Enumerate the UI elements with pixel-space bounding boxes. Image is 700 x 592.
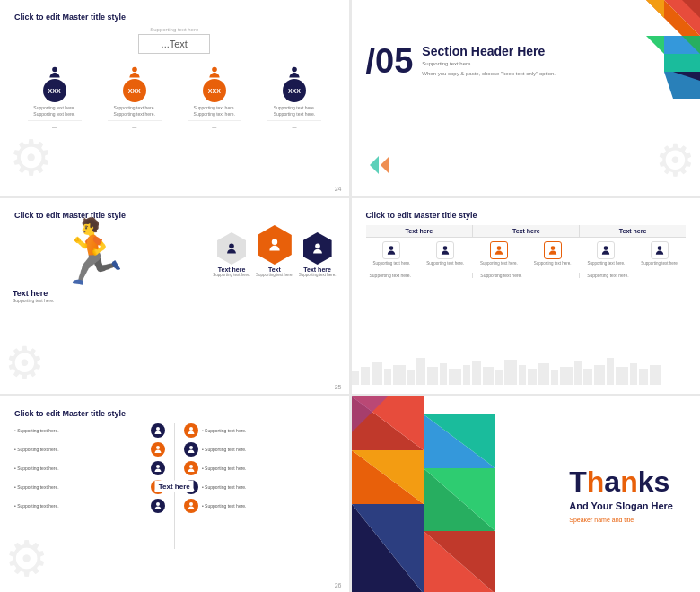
svg-rect-26: [361, 367, 370, 385]
badge-4: XXX: [283, 79, 306, 102]
left-bullet-5: • Supporting text here.: [14, 503, 147, 509]
support2: Supporting text here.Supporting text her…: [113, 105, 154, 117]
person-icon-1: [48, 66, 61, 79]
svg-point-20: [443, 246, 448, 250]
left-item-5: • Supporting text here.: [14, 499, 165, 513]
svg-point-57: [156, 502, 160, 506]
right-item-2: • Supporting text here.: [184, 442, 335, 457]
slide4-icon-row: Supporting text here. Supporting text he…: [366, 241, 687, 266]
thanks-speaker: Speaker name and title: [569, 517, 673, 523]
person-item-2: XXX Supporting text here.Supporting text…: [108, 66, 162, 131]
right-bullet-2: • Supporting text here.: [202, 447, 335, 452]
watermark-gear3: ⚙: [4, 337, 45, 389]
section-header-text: Section Header Here Supporting text here…: [422, 44, 556, 78]
hex3-label: Text here: [303, 266, 331, 273]
person-item-1: XXX Supporting text here.Supporting text…: [28, 66, 82, 131]
svg-point-58: [189, 427, 193, 431]
person-icon-3: [208, 66, 221, 79]
svg-rect-34: [449, 369, 461, 385]
slide5-left-col: • Supporting text here. • Supporting tex…: [14, 423, 165, 513]
slide1-number: 24: [335, 186, 342, 192]
bottom-support-2: Supporting text here.: [472, 273, 579, 278]
right-icon-2: [184, 442, 198, 457]
watermark-gear: ⚙: [9, 129, 53, 187]
svg-rect-45: [574, 361, 582, 385]
svg-point-19: [389, 246, 394, 250]
icon-cell-6: Supporting text here.: [634, 241, 686, 266]
thanks-slogan: And Your Slogan Here: [569, 501, 673, 511]
section-number: /05: [366, 44, 414, 78]
slide3-left-support: Supporting text here.: [13, 298, 54, 303]
thanks-letter-s: s: [654, 466, 670, 498]
col-header-2: Text here: [472, 225, 579, 237]
right-icon-1: [184, 423, 198, 438]
icon-cell-3: Supporting text here.: [473, 241, 525, 266]
support3: Supporting text here.Supporting text her…: [194, 105, 235, 117]
icon-cell-2: Supporting text here.: [419, 241, 471, 266]
svg-rect-40: [519, 365, 526, 385]
hex-flow: Text here Supporting text here. Text Sup…: [213, 225, 336, 277]
right-bullet-5: • Supporting text here.: [202, 503, 335, 509]
right-bullet-3: • Supporting text here.: [202, 466, 335, 471]
svg-rect-41: [528, 369, 537, 385]
thanks-geo-decoration: [352, 396, 495, 592]
right-item-1: • Supporting text here.: [184, 423, 335, 438]
support1b: —: [52, 125, 57, 131]
runner-icon: 🏃: [54, 221, 132, 283]
section-tip: When you copy & paste, choose "keep text…: [422, 70, 556, 77]
slide4-support-row: Supporting text here. Supporting text he…: [366, 273, 687, 278]
icon-box-6: [651, 241, 669, 259]
slide5-number: 26: [335, 582, 342, 588]
col-header-3: Text here: [579, 225, 686, 237]
svg-point-21: [496, 246, 501, 250]
slide1-supporting-label: Supporting text here: [14, 27, 335, 32]
svg-point-18: [315, 243, 320, 248]
icon-box-2: [436, 241, 454, 259]
svg-point-62: [189, 502, 193, 506]
svg-rect-28: [384, 369, 391, 385]
thanks-letter-t: T: [569, 466, 587, 498]
slide1-text-box: ...Text: [138, 34, 210, 54]
icon-text-2: Supporting text here.: [426, 261, 464, 266]
svg-point-23: [604, 246, 608, 250]
slide5-content: Text here • Supporting text here. • Supp…: [14, 423, 335, 549]
svg-point-16: [229, 243, 234, 248]
left-bullet-4: • Supporting text here.: [14, 484, 147, 490]
icon-text-1: Supporting text here.: [372, 261, 410, 266]
svg-point-17: [272, 239, 277, 245]
slide5-center-label: Text here: [159, 483, 190, 491]
slide5-title: Click to edit Master title style: [14, 409, 335, 418]
slide-5: Click to edit Master title style Text he…: [0, 396, 349, 592]
thanks-title: Thanks: [569, 466, 673, 499]
icon-text-5: Supporting text here.: [587, 261, 625, 266]
svg-point-24: [658, 246, 662, 250]
thanks-letter-k: k: [638, 466, 654, 498]
section-header-row: /05 Section Header Here Supporting text …: [366, 44, 687, 78]
thanks-letter-a: a: [604, 466, 620, 498]
svg-point-55: [156, 465, 160, 468]
right-bullet-1: • Supporting text here.: [202, 428, 335, 433]
thanks-letter-n: n: [620, 466, 638, 498]
city-silhouette: [352, 358, 666, 385]
icon-text-4: Supporting text here.: [534, 261, 572, 266]
svg-rect-38: [495, 370, 503, 385]
person-item-4: XXX Supporting text here.Supporting text…: [267, 66, 321, 131]
section-supporting: Supporting text here.: [422, 60, 556, 67]
svg-marker-14: [370, 156, 379, 174]
svg-rect-52: [650, 365, 661, 385]
svg-marker-13: [646, 0, 664, 18]
hex1-support: Supporting text here.: [213, 273, 250, 277]
hex2-support: Supporting text here.: [256, 273, 293, 277]
slide4-table-header: Text here Text here Text here: [366, 225, 687, 238]
icon-box-5: [597, 241, 615, 259]
right-item-3: • Supporting text here.: [184, 461, 335, 475]
support4: Supporting text here.Supporting text her…: [274, 105, 315, 117]
icon-cell-5: Supporting text here.: [581, 241, 633, 266]
svg-rect-37: [483, 367, 494, 385]
left-icon-1: [151, 423, 165, 438]
left-item-2: • Supporting text here.: [14, 442, 165, 457]
support4b: —: [292, 125, 296, 131]
svg-rect-32: [427, 367, 438, 385]
bottom-support-1: Supporting text here.: [366, 273, 473, 278]
left-item-4: • Supporting text here.: [14, 480, 165, 494]
